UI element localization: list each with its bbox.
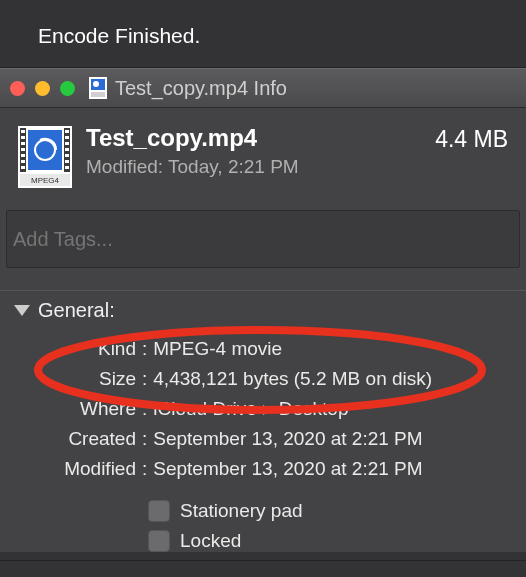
info-window: Test_copy.mp4 Info <box>0 68 526 560</box>
svg-point-2 <box>93 81 99 87</box>
window-close-button[interactable] <box>10 81 25 96</box>
svg-rect-10 <box>21 148 25 151</box>
stationery-pad-label: Stationery pad <box>180 500 303 522</box>
svg-rect-14 <box>65 130 69 133</box>
window-zoom-button[interactable] <box>60 81 75 96</box>
locked-row[interactable]: Locked <box>148 530 508 552</box>
encode-status-text: Encode Finished. <box>38 24 200 48</box>
size-row: Size: 4,438,121 bytes (5.2 MB on disk) <box>18 364 508 394</box>
modified-row-label: Modified <box>18 454 142 484</box>
stationery-pad-row[interactable]: Stationery pad <box>148 500 508 522</box>
window-minimize-button[interactable] <box>35 81 50 96</box>
svg-rect-3 <box>91 92 105 97</box>
svg-rect-12 <box>21 160 25 163</box>
where-row: Where: iCloud Drive▸Desktop <box>18 394 508 424</box>
svg-rect-15 <box>65 136 69 139</box>
file-name: Test_copy.mp4 <box>86 124 435 152</box>
svg-rect-8 <box>21 136 25 139</box>
where-label: Where <box>18 394 142 424</box>
svg-rect-11 <box>21 154 25 157</box>
svg-rect-19 <box>65 160 69 163</box>
svg-rect-20 <box>65 166 69 169</box>
window-title: Test_copy.mp4 Info <box>115 77 287 100</box>
file-preview-icon: MPEG4 <box>18 126 72 188</box>
tags-field-container[interactable] <box>6 210 520 268</box>
created-value: September 13, 2020 at 2:21 PM <box>153 424 422 454</box>
titlebar-file-icon <box>89 77 107 99</box>
breadcrumb-separator-icon: ▸ <box>263 398 273 419</box>
modified-row: Modified: September 13, 2020 at 2:21 PM <box>18 454 508 484</box>
svg-text:MPEG4: MPEG4 <box>31 176 60 185</box>
svg-rect-13 <box>21 166 25 169</box>
size-value: 4,438,121 bytes (5.2 MB on disk) <box>153 364 432 394</box>
kind-label: Kind <box>18 334 142 364</box>
where-value: iCloud Drive▸Desktop <box>153 394 348 424</box>
kind-row: Kind: MPEG-4 movie <box>18 334 508 364</box>
general-section-header[interactable]: General: <box>0 299 526 322</box>
size-label: Size <box>18 364 142 394</box>
locked-label: Locked <box>180 530 241 552</box>
svg-point-23 <box>36 141 54 159</box>
kind-value: MPEG-4 movie <box>153 334 282 364</box>
modified-label: Modified: <box>86 156 163 177</box>
locked-checkbox[interactable] <box>148 530 170 552</box>
general-section-title: General: <box>38 299 115 322</box>
svg-rect-16 <box>65 142 69 145</box>
svg-rect-7 <box>21 130 25 133</box>
svg-rect-18 <box>65 154 69 157</box>
file-size-short: 4.4 MB <box>435 124 508 153</box>
tags-input[interactable] <box>7 211 519 267</box>
disclosure-triangle-icon <box>14 305 30 316</box>
modified-value: Today, 2:21 PM <box>168 156 299 177</box>
stationery-pad-checkbox[interactable] <box>148 500 170 522</box>
titlebar[interactable]: Test_copy.mp4 Info <box>0 68 526 108</box>
created-label: Created <box>18 424 142 454</box>
svg-rect-17 <box>65 148 69 151</box>
svg-rect-9 <box>21 142 25 145</box>
created-row: Created: September 13, 2020 at 2:21 PM <box>18 424 508 454</box>
modified-row-value: September 13, 2020 at 2:21 PM <box>153 454 422 484</box>
